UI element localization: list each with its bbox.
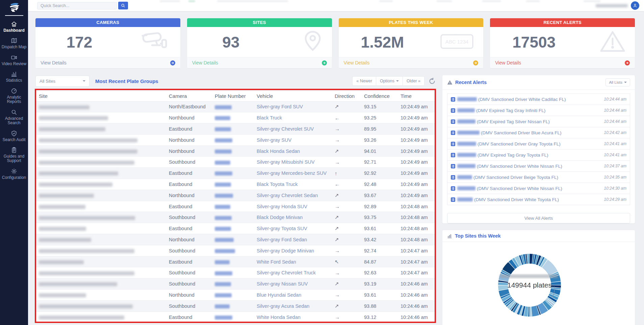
camera-cell: Eastbound (165, 223, 211, 234)
sites-filter-select[interactable]: All Sites (35, 76, 89, 87)
app-logo[interactable] (6, 0, 22, 15)
vehicle-cell[interactable]: Black Honda Sedan (253, 145, 331, 157)
vehicle-cell[interactable]: Black Dodge Minivan (253, 212, 331, 223)
plate-number-cell[interactable] (211, 145, 253, 157)
vehicle-cell[interactable]: Silver-gray Mitsubishi SUV (253, 157, 331, 168)
donut-segment[interactable] (527, 254, 529, 264)
plate-number-cell[interactable] (211, 101, 253, 112)
alert-item[interactable]: (DMV Sanctioned Driver Blue Acura FL) 10… (447, 127, 630, 138)
direction-cell: → (331, 245, 361, 256)
plate-number-cell[interactable] (211, 234, 253, 245)
plate-number-cell[interactable] (211, 112, 253, 124)
plate-list-icon (451, 197, 455, 202)
site-cell (35, 267, 165, 278)
view-details-link[interactable]: View Details (339, 57, 484, 68)
alert-item[interactable]: (DMV Sanctioned Driver White Nissan FL) … (447, 160, 630, 172)
confidence-cell: 93.15 (361, 101, 397, 112)
refresh-icon[interactable] (429, 78, 436, 85)
view-all-alerts-button[interactable]: View All Alerts (447, 213, 630, 223)
donut-segment[interactable] (498, 282, 508, 285)
vehicle-cell[interactable]: White Honda Sedan (253, 312, 331, 323)
sidebar-item-statistics[interactable]: Statistics (1, 69, 28, 85)
vehicle-cell[interactable]: Silver-gray SUV (253, 134, 331, 145)
user-email-redacted (596, 4, 628, 7)
sidebar-item-video-review[interactable]: Video Review (1, 52, 28, 69)
vehicle-cell[interactable]: Silver-gray Honda SUV (253, 201, 331, 212)
vehicle-cell[interactable]: Silver-gray Acura Sedan (253, 300, 331, 312)
newer-button[interactable]: « Newer (352, 76, 376, 86)
donut-segment[interactable] (532, 306, 539, 317)
time-cell: 10:24:48 am (397, 234, 436, 245)
plate-number-cell[interactable] (211, 256, 253, 267)
search-input[interactable] (37, 2, 117, 9)
vehicle-cell[interactable]: White Ford Sedan (253, 256, 331, 267)
vehicle-cell[interactable]: Silver-gray Nissan SUV (253, 278, 331, 290)
plate-number-cell[interactable] (211, 300, 253, 312)
view-details-link[interactable]: View Details (187, 57, 332, 68)
plate-number-cell[interactable] (211, 134, 253, 145)
alert-item[interactable]: (DMV Expired Tag Silver Nissan FL) 10:24… (447, 116, 630, 127)
sidebar-item-configuration[interactable]: Configuration (1, 166, 28, 182)
plate-number-cell[interactable] (211, 124, 253, 135)
sidebar-item-dashboard[interactable]: Dashboard (1, 19, 28, 35)
alert-item[interactable]: (DMV Sanctioned Driver White Nissan FL) … (447, 183, 630, 194)
view-details-label: View Details (41, 60, 67, 65)
plate-number-cell[interactable] (211, 190, 253, 201)
donut-segment[interactable] (499, 289, 510, 297)
vehicle-cell[interactable]: Silver-gray Toyota SUV (253, 223, 331, 234)
vehicle-cell[interactable]: Silver-gray Chevrolet Sedan (253, 190, 331, 201)
vehicle-cell[interactable]: Blue Hyundai Sedan (253, 290, 331, 301)
top-sites-donut-chart[interactable]: 149944 plates (442, 242, 635, 325)
view-details-link[interactable]: View Details (490, 57, 635, 68)
alert-description: (DMV Expired Tag Gray Toyota FL) (478, 153, 604, 158)
view-details-link[interactable]: View Details (35, 57, 180, 68)
search-button[interactable] (118, 2, 128, 9)
donut-segment[interactable] (530, 307, 532, 317)
plate-number-cell[interactable] (211, 212, 253, 223)
alert-item[interactable]: (DMV Sanctioned Driver Gray Toyota FL) 1… (447, 138, 630, 150)
pager: « Newer Options Older » (352, 76, 424, 86)
table-row: Eastbound Silver-gray Honda SUV → 92.89 … (35, 201, 436, 212)
vehicle-cell[interactable]: Silver-gray Dodge Minivan (253, 245, 331, 256)
options-button[interactable]: Options (376, 76, 403, 86)
vehicle-cell[interactable]: Silver-gray Chevrolet Truck (253, 267, 331, 278)
donut-segment[interactable] (551, 285, 561, 288)
plate-number-cell[interactable] (211, 267, 253, 278)
time-cell: 10:24:48 am (397, 223, 436, 234)
alert-item[interactable]: (DMV Expired Tag Gray Infiniti FL) 10:24… (447, 105, 630, 116)
plate-number-cell[interactable] (211, 157, 253, 168)
alert-description: (DMV Sanctioned Driver White Nissan FL) (477, 164, 604, 169)
alert-item[interactable]: (DMV Sanctioned Driver Beige Toyota FL) … (447, 171, 630, 183)
vehicle-cell[interactable]: Black Toyota Truck (253, 179, 331, 190)
alert-item[interactable]: (DMV Sanctioned Driver White Cadillac FL… (447, 93, 630, 105)
vehicle-cell[interactable]: Silver-gray Mercedes-benz SUV (253, 168, 331, 179)
plate-number-cell[interactable] (211, 179, 253, 190)
vehicle-cell[interactable]: Silver-gray Chevrolet SUV (253, 124, 331, 135)
older-button[interactable]: Older » (403, 76, 424, 86)
plate-number-cell[interactable] (211, 290, 253, 301)
plate-number-cell[interactable] (211, 168, 253, 179)
user-avatar-button[interactable] (631, 1, 639, 10)
plate-number-cell[interactable] (211, 278, 253, 290)
sidebar-item-guides-and-support[interactable]: Guides and Support (1, 144, 28, 166)
vehicle-cell[interactable]: Black Truck (253, 112, 331, 124)
plate-number-cell[interactable] (211, 201, 253, 212)
confidence-cell: 93.25 (361, 112, 397, 124)
alert-time: 10:24:44 am (604, 119, 626, 124)
sidebar-item-analytic-reports[interactable]: Analytic Reports (1, 85, 28, 107)
sidebar-item-search-audit[interactable]: Search Audit (1, 128, 28, 144)
alert-time: 10:24:44 am (604, 97, 626, 102)
plate-groups-table: SiteCameraPlate NumberVehicleDirectionCo… (35, 91, 436, 323)
vehicle-cell[interactable]: Silver-gray Ford SUV (253, 101, 331, 112)
lists-filter-select[interactable]: All Lists (606, 78, 630, 86)
plate-number-cell[interactable] (211, 312, 253, 323)
vehicle-cell[interactable]: Silver-gray Ford Sedan (253, 234, 331, 245)
alert-description: (DMV Expired Tag Silver Nissan FL) (477, 119, 604, 124)
plate-number-cell[interactable] (211, 223, 253, 234)
alert-item[interactable]: (DMV Expired Tag Gray Toyota FL) 10:24:4… (447, 149, 630, 161)
donut-segment[interactable] (528, 307, 530, 317)
alert-item[interactable]: (DMV Sanctioned Driver White Toyota FL) … (447, 194, 630, 205)
plate-number-cell[interactable] (211, 245, 253, 256)
sidebar-item-dispatch-map[interactable]: Dispatch Map (1, 35, 28, 52)
sidebar-item-advanced-search[interactable]: Advanced Search (1, 107, 28, 128)
